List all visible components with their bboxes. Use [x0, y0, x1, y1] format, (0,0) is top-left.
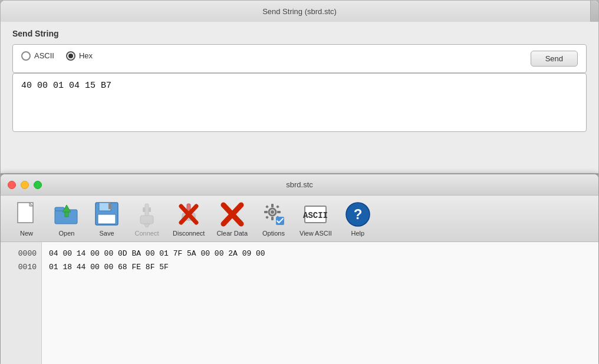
disconnect-icon-svg: [176, 201, 201, 227]
svg-rect-29: [265, 216, 269, 219]
clear-data-icon: [218, 200, 246, 229]
connect-toolbar-item: Connect: [127, 198, 167, 239]
hex-input[interactable]: 40 00 01 04 15 B7: [12, 73, 587, 132]
main-panel: sbrd.stc New: [0, 174, 599, 364]
clear-data-icon-svg: [220, 201, 245, 227]
hex-row-0: 04 00 14 00 00 0D BA 00 01 7F 5A 00 00 2…: [49, 247, 591, 260]
svg-rect-27: [265, 205, 269, 209]
svg-rect-10: [145, 204, 149, 217]
svg-rect-5: [65, 212, 68, 217]
maximize-button[interactable]: [34, 181, 42, 189]
top-title-bar: Send String (sbrd.stc): [1, 1, 598, 22]
svg-rect-24: [271, 217, 274, 220]
close-button[interactable]: [8, 181, 16, 189]
clear-data-label: Clear Data: [216, 230, 248, 237]
disconnect-icon: [175, 200, 203, 229]
svg-rect-26: [277, 211, 281, 213]
bottom-window-title: sbrd.stc: [286, 180, 313, 189]
help-toolbar-item[interactable]: ? Help: [338, 198, 378, 239]
svg-rect-23: [271, 204, 274, 207]
send-string-content: Send String ASCII Hex Send 40 00 01 04 1…: [1, 22, 598, 144]
svg-text:?: ?: [353, 206, 362, 222]
new-label: New: [20, 230, 33, 237]
clear-data-toolbar-item[interactable]: Clear Data: [210, 198, 254, 239]
send-button[interactable]: Send: [531, 51, 578, 67]
options-label: Options: [262, 230, 285, 237]
help-icon: ?: [344, 200, 372, 229]
options-toolbar-item[interactable]: Options: [254, 198, 294, 239]
svg-rect-3: [55, 207, 64, 211]
options-icon-svg: [261, 201, 287, 227]
open-icon: [52, 200, 81, 229]
svg-rect-11: [140, 216, 153, 224]
options-icon: [259, 200, 288, 229]
help-label: Help: [351, 230, 365, 237]
disconnect-label: Disconnect: [173, 230, 205, 237]
svg-rect-25: [264, 211, 268, 213]
format-send-row: ASCII Hex Send: [21, 51, 578, 67]
scrollbar-top[interactable]: [590, 1, 598, 22]
save-icon-svg: [94, 201, 119, 227]
minimize-button[interactable]: [21, 181, 29, 189]
hex-radio-label: Hex: [79, 51, 93, 60]
svg-marker-14: [144, 224, 150, 227]
open-icon-svg: [54, 201, 80, 227]
hex-data-area: 04 00 14 00 00 0D BA 00 01 7F 5A 00 00 2…: [42, 242, 598, 364]
top-window-title: Send String (sbrd.stc): [262, 7, 337, 16]
connect-icon: [133, 200, 161, 229]
line-number-0: 0000: [3, 247, 37, 260]
new-toolbar-item[interactable]: New: [6, 198, 47, 239]
svg-text:ASCII: ASCII: [303, 211, 328, 220]
view-ascii-icon-svg: ASCII: [302, 201, 328, 227]
line-number-1: 0010: [3, 260, 37, 274]
svg-rect-9: [98, 214, 116, 224]
ascii-radio-circle[interactable]: [21, 51, 31, 61]
disconnect-toolbar-item[interactable]: Disconnect: [167, 198, 210, 239]
format-options: ASCII Hex: [21, 51, 93, 61]
save-toolbar-item[interactable]: Save: [87, 198, 127, 239]
connect-label: Connect: [135, 230, 159, 237]
help-icon-svg: ?: [345, 201, 371, 227]
new-icon: [12, 200, 41, 229]
svg-rect-8: [108, 203, 111, 209]
data-area: 0000 0010 04 00 14 00 00 0D BA 00 01 7F …: [1, 242, 598, 364]
open-toolbar-item[interactable]: Open: [47, 198, 87, 239]
view-ascii-icon: ASCII: [301, 200, 330, 229]
line-numbers: 0000 0010: [1, 242, 42, 364]
bottom-title-bar: sbrd.stc: [1, 174, 598, 196]
send-string-panel: Send String (sbrd.stc) Send String ASCII…: [0, 0, 599, 174]
send-string-label: Send String: [12, 29, 587, 38]
open-label: Open: [59, 230, 75, 237]
new-icon-svg: [15, 201, 38, 227]
hex-row-1: 01 18 44 00 00 68 FE 8F 5F: [49, 260, 591, 274]
connect-icon-svg: [134, 201, 159, 227]
window-controls: [8, 181, 42, 189]
svg-rect-13: [149, 207, 151, 212]
save-icon: [93, 200, 121, 229]
view-ascii-toolbar-item[interactable]: ASCII View ASCII: [294, 198, 338, 239]
svg-rect-28: [276, 205, 279, 209]
hex-radio-circle[interactable]: [66, 51, 75, 61]
send-string-box: ASCII Hex Send: [12, 44, 587, 73]
view-ascii-label: View ASCII: [300, 230, 332, 237]
ascii-radio[interactable]: ASCII: [21, 51, 54, 61]
ascii-radio-label: ASCII: [34, 51, 54, 60]
toolbar: New Open: [1, 196, 598, 242]
hex-radio[interactable]: Hex: [66, 51, 93, 61]
svg-point-22: [271, 210, 274, 214]
svg-rect-12: [143, 207, 145, 212]
save-label: Save: [99, 230, 114, 237]
